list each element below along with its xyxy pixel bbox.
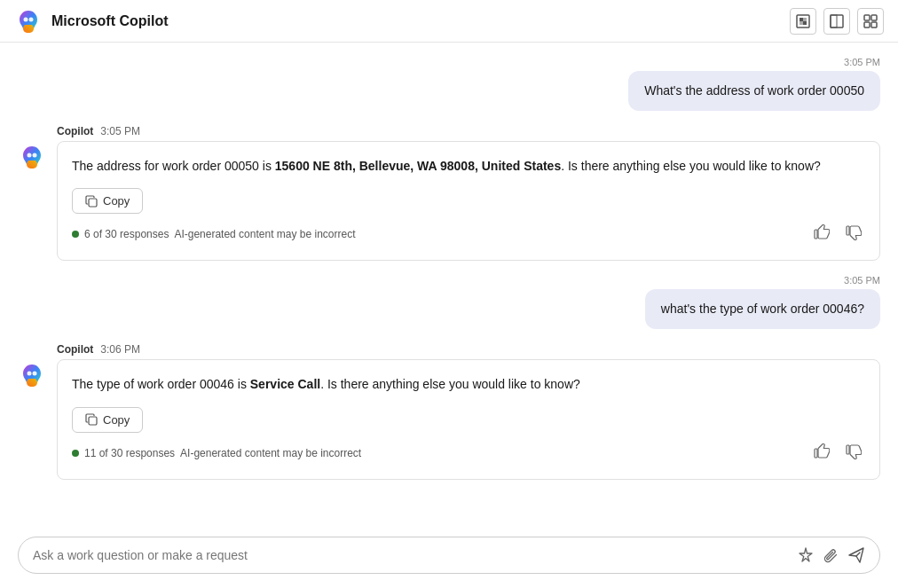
app-title: Microsoft Copilot xyxy=(51,13,169,29)
copilot-meta-2: Copilot 3:06 PM xyxy=(57,343,880,356)
header-toolbar xyxy=(790,8,884,35)
copilot-logo-icon xyxy=(14,7,43,35)
copilot-sender-2: Copilot xyxy=(57,343,93,356)
svg-rect-17 xyxy=(847,226,849,235)
svg-rect-9 xyxy=(864,15,870,20)
timestamp-3: 3:05 PM xyxy=(844,275,880,286)
copy-button-2[interactable]: Copy xyxy=(72,407,143,433)
status-dot-2 xyxy=(72,450,79,457)
copilot-text-after-2: . Is there anything else you would like … xyxy=(320,377,580,391)
copilot-row-1: The address for work order 00050 is 1560… xyxy=(18,141,880,261)
sparkle-btn[interactable] xyxy=(798,547,814,563)
header-icon-btn-3[interactable] xyxy=(857,8,884,35)
attachment-btn[interactable] xyxy=(823,547,839,563)
svg-rect-16 xyxy=(815,230,817,239)
svg-rect-15 xyxy=(89,199,97,207)
thumbs-up-btn-2[interactable] xyxy=(810,442,833,465)
svg-rect-3 xyxy=(800,18,803,21)
copy-button-1[interactable]: Copy xyxy=(72,188,143,214)
status-dot-1 xyxy=(72,231,79,238)
thumbs-down-icon-1 xyxy=(846,224,862,240)
layout-icon xyxy=(830,14,844,28)
copilot-text-before-1: The address for work order 00050 is xyxy=(72,159,275,173)
window-icon xyxy=(796,14,810,28)
copilot-card-2: The type of work order 00046 is Service … xyxy=(57,359,880,479)
copilot-response-1: Copilot 3:05 PM xyxy=(18,125,880,261)
copilot-meta-1: Copilot 3:05 PM xyxy=(57,125,880,137)
copilot-text-after-1: . Is there anything else you would like … xyxy=(561,159,821,173)
svg-rect-6 xyxy=(803,21,807,25)
svg-rect-12 xyxy=(871,22,877,27)
svg-rect-4 xyxy=(803,18,807,21)
send-icon xyxy=(847,546,865,564)
user-bubble-2: what's the type of work order 00046? xyxy=(645,289,880,329)
feedback-2 xyxy=(810,442,865,465)
response-count-2: 11 of 30 responses AI-generated content … xyxy=(72,447,361,459)
copilot-row-2: The type of work order 00046 is Service … xyxy=(18,359,880,479)
send-btn[interactable] xyxy=(847,546,865,564)
svg-rect-21 xyxy=(815,449,817,458)
thumbs-down-btn-1[interactable] xyxy=(842,223,865,246)
copilot-text-before-2: The type of work order 00046 is xyxy=(72,377,250,391)
copilot-text-bold-2: Service Call xyxy=(250,377,320,391)
svg-rect-11 xyxy=(864,22,870,27)
copilot-avatar-icon-1 xyxy=(18,143,46,171)
card-footer-2: 11 of 30 responses AI-generated content … xyxy=(72,442,865,465)
input-box xyxy=(18,537,880,574)
ai-notice-2: AI-generated content may be incorrect xyxy=(180,447,361,459)
app-header: Microsoft Copilot xyxy=(0,0,898,43)
header-icon-btn-2[interactable] xyxy=(823,8,850,35)
input-area xyxy=(0,526,898,588)
grid-icon xyxy=(863,14,878,28)
copilot-text-1: The address for work order 00050 is 1560… xyxy=(72,156,865,176)
thumbs-up-btn-1[interactable] xyxy=(810,223,833,246)
svg-rect-5 xyxy=(800,21,803,25)
header-left: Microsoft Copilot xyxy=(14,7,169,35)
thumbs-down-btn-2[interactable] xyxy=(842,442,865,465)
svg-rect-8 xyxy=(831,15,837,27)
response-count-1: 6 of 30 responses AI-generated content m… xyxy=(72,228,356,240)
copilot-text-bold-1: 15600 NE 8th, Bellevue, WA 98008, United… xyxy=(275,159,561,173)
copilot-time-1: 3:05 PM xyxy=(100,125,140,137)
response-count-text-2: 11 of 30 responses xyxy=(84,447,175,459)
svg-rect-20 xyxy=(89,417,97,425)
sparkle-icon xyxy=(798,547,814,563)
svg-rect-10 xyxy=(871,15,877,20)
ai-notice-1: AI-generated content may be incorrect xyxy=(174,228,355,240)
thumbs-down-icon-2 xyxy=(846,443,862,459)
thumbs-up-icon-2 xyxy=(814,443,830,459)
svg-rect-22 xyxy=(847,445,849,454)
copy-icon-1 xyxy=(85,195,98,208)
copilot-card-1: The address for work order 00050 is 1560… xyxy=(57,141,880,261)
svg-point-14 xyxy=(33,153,37,158)
user-bubble-1: What's the address of work order 00050 xyxy=(628,71,880,111)
card-footer-1: 6 of 30 responses AI-generated content m… xyxy=(72,223,865,246)
user-message-2: 3:05 PM what's the type of work order 00… xyxy=(18,275,880,329)
feedback-1 xyxy=(810,223,865,246)
copilot-sender-1: Copilot xyxy=(57,125,93,137)
attachment-icon xyxy=(823,547,839,563)
svg-point-1 xyxy=(29,17,34,21)
svg-point-0 xyxy=(24,17,28,21)
thumbs-up-icon-1 xyxy=(814,224,830,240)
chat-input[interactable] xyxy=(33,548,789,562)
copilot-time-2: 3:06 PM xyxy=(100,343,140,356)
user-message-1: 3:05 PM What's the address of work order… xyxy=(18,57,880,111)
copilot-avatar-icon-2 xyxy=(18,361,46,389)
copy-label-1: Copy xyxy=(103,194,130,208)
copilot-response-2: Copilot 3:06 PM xyxy=(18,343,880,479)
svg-point-18 xyxy=(28,372,32,376)
copy-icon-2 xyxy=(85,413,98,426)
copilot-text-2: The type of work order 00046 is Service … xyxy=(72,374,865,394)
svg-point-13 xyxy=(28,153,32,158)
svg-point-19 xyxy=(33,372,37,376)
timestamp-1: 3:05 PM xyxy=(844,57,880,67)
header-icon-btn-1[interactable] xyxy=(790,8,816,35)
response-count-text-1: 6 of 30 responses xyxy=(84,228,169,240)
copy-label-2: Copy xyxy=(103,413,130,427)
chat-area: 3:05 PM What's the address of work order… xyxy=(0,43,898,526)
